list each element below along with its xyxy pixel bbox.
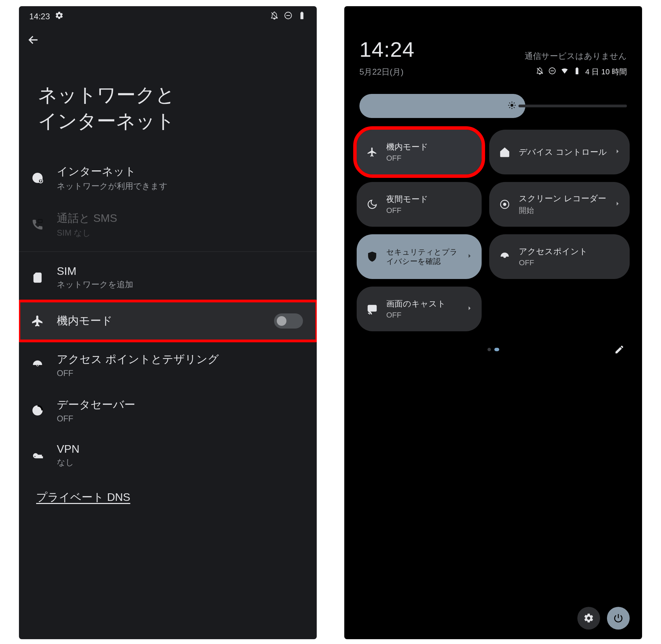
setting-hotspot-tether[interactable]: アクセス ポイントとテザリング OFF	[19, 342, 317, 388]
setting-private-dns[interactable]: プライベート DNS	[19, 477, 317, 510]
svg-rect-6	[35, 277, 40, 281]
settings-button[interactable]	[577, 607, 600, 630]
data-saver-icon	[27, 400, 48, 421]
edit-tiles-button[interactable]	[612, 342, 627, 357]
dnd-icon	[548, 67, 556, 77]
pager-dot[interactable]	[487, 348, 491, 351]
moon-icon	[365, 197, 379, 212]
tile-sub: OFF	[386, 206, 428, 215]
tile-title: 夜間モード	[386, 194, 428, 205]
vpn-key-icon	[27, 445, 48, 466]
airplane-toggle[interactable]	[274, 313, 303, 329]
setting-subtitle: OFF	[57, 414, 135, 423]
brightness-icon	[507, 101, 516, 111]
tile-access-point[interactable]: アクセスポイント OFF	[489, 234, 630, 279]
pager-dot-active[interactable]	[494, 348, 499, 351]
setting-airplane-mode[interactable]: 機内モード	[19, 301, 317, 341]
svg-line-19	[509, 107, 510, 108]
qs-date: 5月22日(月)	[359, 66, 403, 77]
home-icon	[497, 145, 512, 159]
battery-icon	[297, 11, 306, 22]
tile-screen-record[interactable]: スクリーン レコーダー 開始	[489, 182, 630, 227]
airplane-icon	[365, 145, 379, 159]
chevron-right-icon	[614, 200, 621, 209]
hotspot-icon	[497, 249, 512, 264]
back-button[interactable]	[27, 34, 40, 47]
setting-title: 機内モード	[57, 313, 113, 329]
svg-rect-5	[38, 219, 42, 223]
tile-sub: OFF	[519, 258, 588, 267]
page-title: ネットワークと インターネット	[19, 54, 317, 154]
tile-sub: OFF	[386, 311, 446, 320]
setting-internet[interactable]: ? インターネット ネットワークが利用できます	[19, 154, 317, 201]
setting-subtitle: ネットワークを追加	[57, 279, 133, 290]
qs-status-icons: 4 日 10 時間	[536, 67, 627, 77]
tile-sub: OFF	[386, 154, 428, 163]
tile-night-mode[interactable]: 夜間モード OFF	[357, 182, 482, 227]
divider	[19, 251, 317, 252]
svg-line-18	[514, 107, 514, 108]
battery-time-text: 4 日 10 時間	[585, 67, 627, 77]
tile-cast[interactable]: 画面のキャスト OFF	[357, 287, 482, 331]
setting-title: データセーバー	[57, 397, 135, 412]
setting-subtitle: SIM なし	[57, 227, 117, 238]
setting-title: SIM	[57, 265, 133, 278]
pager	[344, 338, 642, 354]
shield-check-icon	[365, 249, 379, 264]
settings-screen: 14:23 ネットワーク	[19, 6, 317, 639]
chevron-right-icon	[614, 148, 621, 157]
airplane-icon	[27, 311, 48, 331]
power-button[interactable]	[607, 607, 630, 630]
setting-subtitle: OFF	[57, 368, 219, 378]
chevron-right-icon	[466, 304, 473, 313]
svg-point-22	[503, 203, 506, 206]
record-icon	[497, 197, 512, 212]
svg-text:?: ?	[40, 179, 41, 183]
setting-sim[interactable]: SIM ネットワークを追加	[19, 255, 317, 300]
svg-rect-24	[368, 305, 376, 311]
hotspot-icon	[27, 355, 48, 375]
setting-title: プライベート DNS	[36, 490, 130, 505]
setting-title: VPN	[57, 443, 80, 455]
tile-title: デバイス コントロール	[519, 147, 607, 158]
tile-title: スクリーン レコーダー	[519, 193, 606, 204]
cast-icon	[365, 302, 379, 316]
battery-icon	[573, 67, 581, 77]
svg-line-17	[509, 103, 510, 103]
status-time: 14:23	[29, 12, 50, 21]
wifi-icon	[560, 67, 569, 77]
globe-icon: ?	[27, 168, 48, 188]
setting-subtitle: なし	[57, 457, 80, 468]
qs-clock: 14:24	[359, 37, 415, 62]
phone-sms-icon	[27, 214, 48, 235]
tile-title: アクセスポイント	[519, 246, 588, 257]
setting-title: 通話と SMS	[57, 211, 117, 226]
setting-subtitle: ネットワークが利用できます	[57, 181, 168, 192]
tile-security-check[interactable]: セキュリティとプライバシーを確認	[357, 234, 482, 279]
quick-settings-screen: 14:24 通信サービスはありません 5月22日(月) 4 日 10 時間	[344, 6, 642, 639]
svg-line-20	[514, 103, 514, 103]
tile-device-controls[interactable]: デバイス コントロール	[489, 130, 630, 174]
tile-title: セキュリティとプライバシーを確認	[386, 247, 459, 266]
bell-off-icon	[270, 11, 279, 22]
chevron-right-icon	[466, 252, 473, 261]
tile-airplane-mode[interactable]: 機内モード OFF	[357, 130, 482, 174]
setting-title: アクセス ポイントとテザリング	[57, 352, 219, 367]
setting-data-saver[interactable]: データセーバー OFF	[19, 388, 317, 433]
setting-title: インターネット	[57, 164, 168, 179]
status-bar: 14:23	[19, 6, 317, 27]
tile-title: 画面のキャスト	[386, 298, 446, 309]
qs-header: 14:24 通信サービスはありません 5月22日(月) 4 日 10 時間	[344, 6, 642, 82]
qs-service-status: 通信サービスはありません	[525, 51, 627, 62]
svg-point-12	[510, 104, 513, 107]
brightness-slider[interactable]	[344, 82, 642, 123]
tile-sub: 開始	[519, 205, 606, 216]
sim-icon	[27, 267, 48, 288]
setting-vpn[interactable]: VPN なし	[19, 433, 317, 477]
setting-calls-sms[interactable]: 通話と SMS SIM なし	[19, 201, 317, 248]
gear-icon	[55, 11, 64, 22]
tile-title: 機内モード	[386, 141, 428, 152]
bell-off-icon	[536, 67, 544, 77]
dnd-icon	[284, 11, 293, 22]
